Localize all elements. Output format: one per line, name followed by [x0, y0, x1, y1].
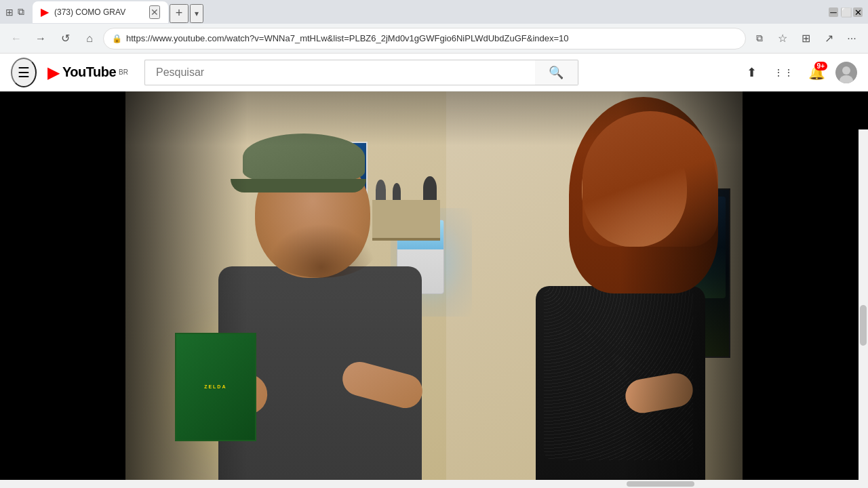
scrollbar-track — [859, 129, 868, 480]
title-bar-left: ⊞ ⧉ — [5, 6, 24, 18]
menu-button[interactable]: ☰ — [11, 58, 37, 87]
tab-grid-icon: ⊞ — [5, 7, 14, 18]
user-avatar[interactable] — [835, 62, 857, 83]
share-button[interactable]: ↗ — [818, 28, 840, 49]
new-tab-button[interactable]: + — [170, 4, 189, 23]
black-bar-right — [743, 92, 868, 480]
tab-list-button[interactable]: ▾ — [190, 4, 203, 23]
man-cap-brim — [231, 179, 366, 192]
main-content: OVERWATCH DUTY CALLS — [0, 92, 868, 480]
bookmark-button[interactable]: ☆ — [772, 28, 793, 49]
zelda-game-box: ZELDA — [175, 333, 256, 441]
notification-badge: 9+ — [814, 62, 827, 70]
black-bar-left — [0, 92, 125, 480]
header-right: ⬆ ⋮⋮ 🔔 9+ — [738, 59, 857, 86]
search-container: 🔍 — [144, 60, 578, 85]
shelf-unit — [372, 200, 440, 241]
split-view-button[interactable]: ⧉ — [749, 28, 770, 49]
collections-button[interactable]: ⊞ — [795, 28, 816, 49]
man-beard — [267, 224, 376, 278]
refresh-button[interactable]: ↺ — [54, 28, 76, 49]
home-button[interactable]: ⌂ — [79, 28, 100, 49]
nav-right-buttons: ⧉ ☆ ⊞ ↗ ··· — [749, 28, 863, 49]
youtube-country-badge: BR — [119, 68, 128, 76]
address-bar[interactable]: 🔒 https://www.youtube.com/watch?v=WNNa7_… — [103, 28, 746, 49]
window-controls: ─ ⬜ ✕ — [829, 7, 863, 17]
bottom-bar — [0, 480, 868, 488]
youtube-logo[interactable]: ▶ YouTube BR — [47, 63, 128, 82]
svg-point-1 — [842, 66, 850, 75]
tab-title: (373) COMO GRAV — [54, 7, 144, 17]
close-button[interactable]: ✕ — [853, 7, 863, 17]
forward-button[interactable]: → — [30, 28, 52, 49]
scrollbar-thumb[interactable] — [860, 305, 867, 346]
horizontal-scroll-thumb[interactable] — [627, 481, 694, 487]
tab-close-button[interactable]: ✕ — [149, 5, 160, 19]
browser-window: ⊞ ⧉ ▶ (373) COMO GRAV ✕ + ▾ ─ ⬜ ✕ ← → ↺ … — [0, 0, 868, 488]
upload-button[interactable]: ⬆ — [738, 59, 765, 86]
minimize-button[interactable]: ─ — [829, 7, 838, 17]
lock-icon: 🔒 — [112, 34, 122, 43]
zelda-text: ZELDA — [204, 384, 226, 389]
youtube-logo-text: YouTube — [62, 64, 116, 80]
navigation-bar: ← → ↺ ⌂ 🔒 https://www.youtube.com/watch?… — [0, 24, 868, 54]
youtube-logo-icon: ▶ — [47, 63, 60, 82]
avatar-image — [835, 62, 857, 83]
maximize-button[interactable]: ⬜ — [841, 7, 850, 17]
youtube-header: ☰ ▶ YouTube BR 🔍 ⬆ ⋮⋮ 🔔 9+ — [0, 54, 868, 92]
apps-button[interactable]: ⋮⋮ — [770, 59, 797, 86]
active-tab[interactable]: ▶ (373) COMO GRAV ✕ — [33, 1, 168, 23]
search-button[interactable]: 🔍 — [535, 60, 578, 85]
video-player[interactable]: OVERWATCH DUTY CALLS — [125, 92, 743, 480]
woman-hair-front — [583, 111, 718, 247]
search-input[interactable] — [144, 60, 535, 85]
video-frame: OVERWATCH DUTY CALLS — [125, 92, 743, 480]
tab-favicon: ▶ — [41, 5, 49, 18]
url-text: https://www.youtube.com/watch?v=WNNa7_mt… — [126, 33, 737, 43]
tab-stack-icon: ⧉ — [18, 6, 24, 18]
title-bar: ⊞ ⧉ ▶ (373) COMO GRAV ✕ + ▾ ─ ⬜ ✕ — [0, 0, 868, 24]
more-button[interactable]: ··· — [841, 28, 863, 49]
back-button[interactable]: ← — [5, 28, 27, 49]
notifications-button[interactable]: 🔔 9+ — [803, 59, 830, 86]
